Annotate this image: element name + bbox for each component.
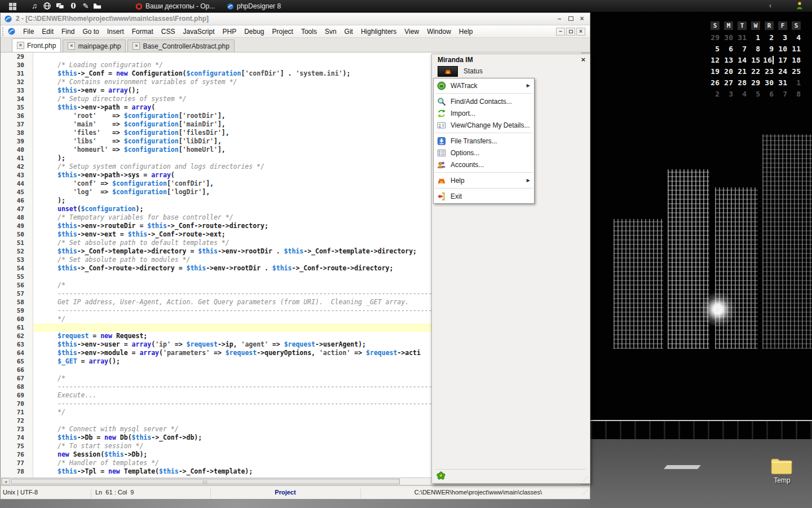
- line-number[interactable]: 70: [1, 400, 33, 408]
- line-number[interactable]: 57: [1, 290, 33, 298]
- calendar-day[interactable]: 29: [749, 77, 762, 89]
- editor-tab-mainpage.php[interactable]: ×mainpage.php: [63, 40, 126, 52]
- scrollbar-thumb[interactable]: |||: [11, 479, 400, 484]
- calendar-day[interactable]: 7: [735, 43, 749, 55]
- miranda-main-menu-button[interactable]: [438, 66, 458, 77]
- line-number[interactable]: 36: [1, 112, 33, 120]
- menu-item-edit[interactable]: Edit: [38, 25, 58, 38]
- line-number[interactable]: 34: [1, 95, 33, 103]
- calendar-day[interactable]: 29: [708, 32, 722, 43]
- line-number[interactable]: 29: [1, 52, 33, 61]
- calendar-day[interactable]: 30: [722, 32, 735, 43]
- line-number[interactable]: 35: [1, 103, 33, 112]
- calendar-day[interactable]: 5: [708, 43, 722, 55]
- miranda-menu-item-options-[interactable]: Options...: [434, 147, 534, 159]
- line-number[interactable]: 41: [1, 154, 33, 163]
- line-number[interactable]: 51: [1, 239, 33, 247]
- line-number[interactable]: 42: [1, 163, 33, 171]
- line-number[interactable]: 50: [1, 230, 33, 239]
- calendar-day[interactable]: 8: [749, 43, 762, 55]
- calendar-day[interactable]: 1: [749, 32, 762, 43]
- miranda-menu-item-view-change-my-details-[interactable]: View/Change My Details...: [434, 119, 534, 131]
- line-number[interactable]: 31: [1, 69, 33, 78]
- calendar-day[interactable]: 10: [776, 43, 789, 55]
- menu-item-format[interactable]: Format: [128, 25, 157, 38]
- mdi-minimize-button[interactable]: –: [556, 28, 565, 36]
- line-number[interactable]: 32: [1, 78, 33, 86]
- menu-item-go-to[interactable]: Go to: [78, 25, 103, 38]
- line-number[interactable]: 71: [1, 408, 33, 417]
- calendar-day[interactable]: 23: [762, 66, 776, 77]
- line-number[interactable]: 40: [1, 146, 33, 154]
- calendar-day[interactable]: 8: [789, 89, 803, 100]
- line-number[interactable]: 69: [1, 391, 33, 400]
- launcher-grid-icon[interactable]: [9, 3, 16, 10]
- line-number[interactable]: 55: [1, 273, 33, 281]
- line-number[interactable]: 58: [1, 298, 33, 306]
- calendar-day[interactable]: 6: [722, 43, 735, 55]
- calendar-day[interactable]: 11: [789, 43, 803, 55]
- line-number[interactable]: 74: [1, 433, 33, 442]
- calendar-day[interactable]: 18: [789, 55, 803, 66]
- calendar-day[interactable]: 3: [776, 32, 789, 43]
- line-number[interactable]: 56: [1, 281, 33, 290]
- editor-tab-Front.php[interactable]: ×Front.php: [12, 38, 61, 52]
- calendar-day[interactable]: 4: [789, 32, 803, 43]
- calendar-day[interactable]: 30: [762, 77, 776, 89]
- calendar-day[interactable]: 12: [708, 55, 722, 66]
- menu-item-project[interactable]: Project: [268, 25, 297, 38]
- line-number[interactable]: 39: [1, 137, 33, 146]
- calendar-day[interactable]: 16: [762, 55, 776, 66]
- menu-item-insert[interactable]: Insert: [103, 25, 128, 38]
- minimize-button[interactable]: –: [555, 15, 564, 23]
- line-number[interactable]: 46: [1, 196, 33, 205]
- taskbar-tab-phpdesigner[interactable]: phpDesigner 8: [223, 0, 284, 12]
- menu-item-view[interactable]: View: [400, 25, 423, 38]
- calendar-day[interactable]: 28: [735, 77, 749, 89]
- line-number[interactable]: 53: [1, 256, 33, 264]
- tab-close-icon[interactable]: ×: [17, 42, 24, 49]
- menu-item-window[interactable]: Window: [423, 25, 455, 38]
- miranda-close-icon[interactable]: ×: [581, 55, 585, 64]
- editor-tab-Base_ControllerAbstract.php[interactable]: ×Base_ControllerAbstract.php: [127, 40, 234, 52]
- calendar-day[interactable]: 17: [776, 55, 789, 66]
- line-number[interactable]: 60: [1, 315, 33, 323]
- toolbar-drag-handle[interactable]: [2, 27, 5, 36]
- line-number[interactable]: 38: [1, 129, 33, 137]
- calendar-day[interactable]: 3: [722, 89, 735, 100]
- calendar-day[interactable]: 14: [735, 55, 749, 66]
- line-number[interactable]: 49: [1, 222, 33, 230]
- line-number[interactable]: 62: [1, 332, 33, 340]
- calendar-day[interactable]: 9: [762, 43, 776, 55]
- line-number[interactable]: 33: [1, 86, 33, 95]
- miranda-menu-item-watrack[interactable]: WATrack▶: [434, 80, 534, 91]
- menu-item-find[interactable]: Find: [58, 25, 78, 38]
- calendar-day[interactable]: 1: [789, 77, 803, 89]
- mdi-restore-button[interactable]: [566, 28, 575, 36]
- miranda-menu-item-file-transfers-[interactable]: File Transfers...: [434, 135, 534, 147]
- line-number[interactable]: 30: [1, 61, 33, 69]
- menu-item-svn[interactable]: Svn: [321, 25, 341, 38]
- line-number[interactable]: 67: [1, 374, 33, 383]
- calendar-day[interactable]: 4: [735, 89, 749, 100]
- calendar-day[interactable]: 21: [735, 66, 749, 77]
- line-number[interactable]: 44: [1, 179, 33, 188]
- line-number[interactable]: 76: [1, 450, 33, 459]
- scroll-left-button[interactable]: ◄: [2, 478, 10, 485]
- line-number[interactable]: 43: [1, 171, 33, 179]
- tray-chevron[interactable]: ‹: [769, 2, 771, 10]
- line-number[interactable]: 63: [1, 340, 33, 349]
- line-number[interactable]: 77: [1, 459, 33, 467]
- miranda-menu-item-find-add-contacts-[interactable]: Find/Add Contacts...: [434, 95, 534, 107]
- calendar-day[interactable]: 2: [708, 89, 722, 100]
- file-doc-icon[interactable]: [7, 27, 16, 36]
- calendar-day[interactable]: 15: [749, 55, 762, 66]
- status-menu-label[interactable]: Status: [464, 67, 483, 75]
- icq-online-status-icon[interactable]: [436, 471, 445, 480]
- line-number[interactable]: 75: [1, 442, 33, 450]
- calendar-day[interactable]: 20: [722, 66, 735, 77]
- line-number[interactable]: 68: [1, 383, 33, 391]
- globe-icon[interactable]: [43, 2, 53, 11]
- line-number[interactable]: 66: [1, 366, 33, 374]
- calendar-day[interactable]: 2: [762, 32, 776, 43]
